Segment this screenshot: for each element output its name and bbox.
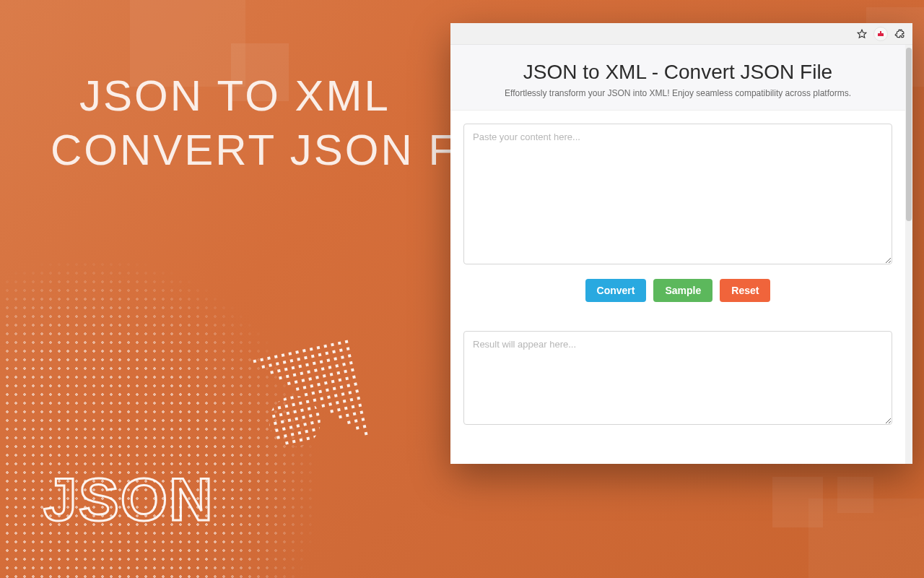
app-hero: JSON to XML - Convert JSON File Effortle… — [450, 45, 905, 111]
input-textarea[interactable] — [463, 124, 892, 264]
svg-marker-0 — [858, 30, 866, 38]
star-icon[interactable] — [855, 27, 869, 41]
json-wordmark: JSON — [43, 465, 214, 535]
output-textarea[interactable] — [463, 331, 892, 425]
app-body: JSON to XML - Convert JSON File Effortle… — [450, 45, 912, 464]
scrollbar-thumb[interactable] — [906, 48, 912, 221]
extensions-puzzle-icon[interactable] — [892, 27, 907, 41]
popup-scrollbar[interactable] — [905, 45, 912, 464]
action-button-row: Convert Sample Reset — [450, 267, 905, 318]
reset-button[interactable]: Reset — [720, 279, 770, 302]
decor-square — [808, 499, 924, 578]
page-title: JSON to XML - Convert JSON File — [459, 61, 897, 84]
svg-rect-1 — [878, 33, 884, 36]
browser-toolbar — [450, 23, 912, 45]
promo-background: JSON TO XML CONVERT JSON FILE JSON JSON … — [0, 0, 924, 578]
page-subtitle: Effortlessly transform your JSON into XM… — [459, 88, 897, 98]
browser-popup-window: JSON to XML - Convert JSON File Effortle… — [450, 23, 912, 464]
svg-rect-2 — [880, 31, 881, 33]
extension-app-icon[interactable] — [873, 27, 888, 41]
dotted-arrow-icon — [250, 337, 370, 457]
convert-button[interactable]: Convert — [585, 279, 647, 302]
sample-button[interactable]: Sample — [653, 279, 712, 302]
